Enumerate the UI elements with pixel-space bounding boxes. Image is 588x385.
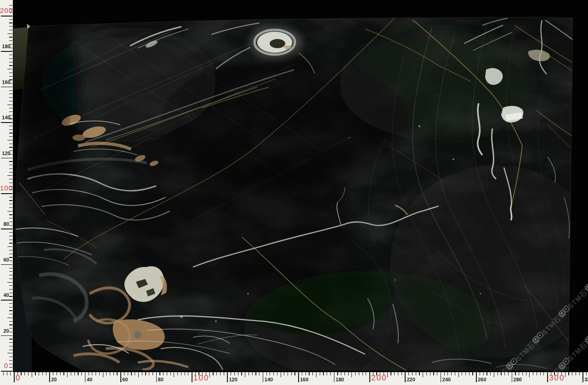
ruler-bottom: 0204060801001201401601802002202402602803…: [0, 372, 588, 385]
bottom-ruler-label: 140: [265, 376, 273, 383]
bottom-ruler-tick: [270, 372, 270, 375]
bottom-ruler-tick: [309, 372, 309, 375]
bottom-ruler-tick: [586, 372, 587, 375]
left-ruler-tick: [9, 214, 12, 215]
left-ruler-major-tick: [1, 87, 12, 88]
bottom-ruler-major-tick: [512, 372, 513, 382]
bottom-ruler-tick: [89, 372, 89, 375]
left-ruler-label: 0: [0, 362, 12, 369]
bottom-ruler-tick: [138, 372, 139, 377]
bottom-ruler-tick: [351, 372, 352, 377]
bottom-ruler-tick: [490, 372, 491, 375]
slab-photo: STM石猫STM石猫STM石猫STM石猫STM石猫STM石猫STM石猫STM石猫: [0, 0, 588, 385]
bottom-ruler-tick: [426, 372, 427, 375]
bottom-ruler-tick: [259, 372, 260, 375]
bottom-ruler-tick: [302, 372, 302, 375]
left-ruler-tick: [9, 58, 12, 59]
left-ruler-tick: [9, 136, 12, 137]
left-ruler-tick: [9, 207, 12, 208]
bottom-ruler-tick: [284, 372, 284, 375]
bottom-ruler-tick: [501, 372, 501, 375]
bottom-ruler-tick: [106, 372, 107, 375]
bottom-ruler-tick: [35, 372, 35, 375]
bottom-ruler-tick: [60, 372, 61, 375]
bottom-ruler-label: 200: [371, 374, 387, 382]
left-ruler-tick: [7, 140, 12, 140]
bottom-ruler-tick: [359, 372, 359, 375]
bottom-ruler-tick: [149, 372, 149, 375]
bottom-ruler-tick: [529, 372, 530, 377]
bottom-ruler-tick: [24, 372, 25, 375]
bottom-ruler-tick: [576, 372, 576, 375]
left-ruler-tick: [9, 62, 12, 62]
bottom-ruler-tick: [444, 372, 445, 375]
left-ruler-tick: [9, 161, 12, 162]
left-ruler-label: 120: [0, 150, 12, 156]
bottom-ruler-tick: [483, 372, 484, 375]
bottom-ruler-tick: [416, 372, 416, 375]
bottom-ruler-tick: [522, 372, 523, 375]
bottom-ruler-label: 40: [87, 376, 92, 383]
bottom-ruler-tick: [537, 372, 537, 375]
left-ruler-major-tick: [1, 158, 12, 159]
left-ruler-tick: [9, 22, 12, 23]
left-ruler-tick: [9, 94, 12, 94]
left-ruler-tick: [9, 40, 12, 41]
bottom-ruler-major-tick: [476, 372, 477, 382]
bottom-ruler-tick: [81, 372, 82, 375]
bottom-ruler-tick: [277, 372, 277, 375]
left-ruler-major-tick: [1, 51, 12, 52]
left-ruler-label: 80: [0, 221, 12, 227]
bottom-ruler-tick: [291, 372, 292, 375]
left-ruler-label: 20: [0, 328, 12, 334]
bottom-ruler-major-tick: [85, 372, 86, 382]
bottom-ruler-tick: [57, 372, 57, 375]
bottom-ruler-tick: [209, 372, 210, 377]
bottom-ruler-major-tick: [547, 372, 548, 382]
bottom-ruler-tick: [387, 372, 388, 377]
bottom-ruler-tick: [245, 372, 245, 377]
bottom-ruler-major-tick: [120, 372, 121, 382]
left-ruler-tick: [9, 357, 12, 357]
left-ruler-tick: [9, 112, 12, 112]
bottom-ruler-tick: [458, 372, 459, 377]
bottom-ruler-tick: [99, 372, 100, 375]
bottom-ruler-tick: [170, 372, 171, 375]
bottom-ruler-tick: [320, 372, 320, 375]
bottom-ruler-tick: [455, 372, 455, 375]
left-ruler-tick: [9, 350, 12, 350]
bottom-ruler-tick: [390, 372, 391, 375]
bottom-ruler-tick: [213, 372, 213, 375]
left-ruler-tick: [7, 282, 12, 283]
left-ruler-label: 40: [0, 292, 12, 298]
ruler-left: 200180160140120100806040200: [0, 0, 13, 385]
left-ruler-tick: [9, 342, 12, 343]
bottom-ruler-tick: [572, 372, 572, 375]
left-ruler-tick: [9, 240, 12, 240]
left-ruler-major-tick: [1, 264, 12, 265]
bottom-ruler-tick: [337, 372, 338, 375]
bottom-ruler-tick: [28, 372, 28, 375]
left-ruler-tick: [9, 254, 12, 254]
bottom-ruler-tick: [185, 372, 185, 375]
bottom-ruler-label: 240: [442, 376, 451, 383]
left-ruler-major-tick: [1, 122, 12, 123]
bottom-ruler-tick: [266, 372, 267, 375]
bottom-ruler-tick: [526, 372, 526, 375]
bottom-ruler-tick: [341, 372, 341, 375]
bottom-ruler-tick: [7, 372, 7, 375]
bottom-ruler-tick: [238, 372, 238, 375]
bottom-ruler-tick: [92, 372, 92, 375]
bottom-ruler-major-tick: [263, 372, 264, 382]
left-ruler-tick: [9, 232, 12, 233]
bottom-ruler-tick: [224, 372, 224, 375]
bottom-ruler-tick: [67, 372, 68, 377]
bottom-ruler-tick: [128, 372, 128, 375]
bottom-ruler-tick: [113, 372, 114, 375]
bottom-ruler-tick: [252, 372, 253, 375]
left-ruler-tick: [7, 211, 12, 212]
left-ruler-tick: [9, 314, 12, 314]
left-ruler-tick: [7, 246, 12, 247]
bottom-ruler-tick: [355, 372, 356, 375]
bottom-ruler-major-tick: [334, 372, 335, 382]
